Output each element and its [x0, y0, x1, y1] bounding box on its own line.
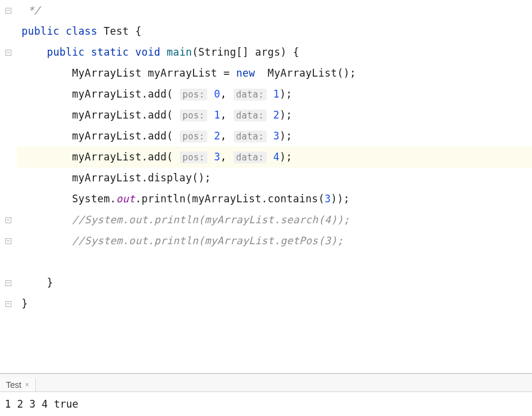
gutter-row [0, 147, 17, 168]
gutter-row [0, 105, 17, 126]
gutter-row [0, 272, 17, 293]
gutter [0, 0, 17, 373]
gutter-row [0, 293, 17, 314]
code-line[interactable]: myArrayList.add( pos: 2, data: 3); [17, 126, 532, 147]
close-icon[interactable]: × [25, 381, 29, 389]
code-content[interactable]: */public class Test { public static void… [17, 0, 532, 373]
fold-icon[interactable] [5, 301, 11, 307]
code-line[interactable]: System.out.println(myArrayList.contains(… [17, 189, 532, 209]
code-line[interactable] [17, 251, 532, 272]
fold-icon[interactable] [5, 217, 11, 223]
code-line[interactable]: MyArrayList myArrayList = new MyArrayLis… [17, 63, 532, 84]
gutter-row [0, 168, 17, 189]
code-line[interactable]: //System.out.println(myArrayList.getPos(… [17, 230, 532, 251]
gutter-row [0, 63, 17, 84]
code-line[interactable] [17, 314, 532, 335]
code-line[interactable]: myArrayList.add( pos: 0, data: 1); [17, 84, 532, 105]
fold-icon[interactable] [5, 238, 11, 244]
run-tool-window: Test × 1 2 3 4 true [0, 374, 532, 416]
gutter-row [0, 251, 17, 272]
gutter-row [0, 189, 17, 209]
gutter-row [0, 314, 17, 335]
fold-icon[interactable] [5, 8, 11, 14]
gutter-row [0, 209, 17, 230]
code-line[interactable]: public class Test { [17, 21, 532, 42]
code-line[interactable]: //System.out.println(myArrayList.search(… [17, 209, 532, 230]
gutter-row [0, 0, 17, 21]
gutter-row [0, 84, 17, 105]
code-line[interactable]: */ [17, 0, 532, 21]
code-line[interactable]: myArrayList.add( pos: 3, data: 4); [17, 147, 532, 168]
code-line[interactable]: public static void main(String[] args) { [17, 42, 532, 63]
code-line[interactable]: } [17, 293, 532, 314]
fold-icon[interactable] [5, 50, 11, 56]
code-line[interactable]: myArrayList.display(); [17, 168, 532, 189]
code-line[interactable]: myArrayList.add( pos: 1, data: 2); [17, 105, 532, 126]
gutter-row [0, 230, 17, 251]
gutter-row [0, 21, 17, 42]
console-output[interactable]: 1 2 3 4 true [0, 392, 532, 416]
gutter-row [0, 126, 17, 147]
tab-label: Test [6, 380, 22, 390]
gutter-row [0, 42, 17, 63]
code-editor[interactable]: */public class Test { public static void… [0, 0, 532, 373]
run-tab-test[interactable]: Test × [0, 378, 36, 391]
run-tab-bar: Test × [0, 374, 532, 392]
fold-icon[interactable] [5, 280, 11, 286]
code-line[interactable]: } [17, 272, 532, 293]
